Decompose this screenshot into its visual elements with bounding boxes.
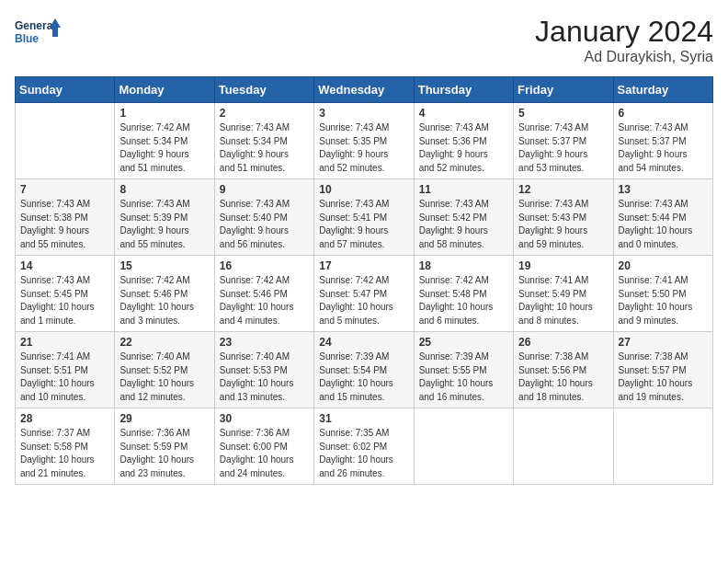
day-info: Sunrise: 7:43 AMSunset: 5:35 PMDaylight:… (319, 121, 408, 175)
day-number: 1 (119, 107, 209, 120)
month-title: January 2024 (535, 15, 713, 49)
calendar-cell: 23Sunrise: 7:40 AMSunset: 5:53 PMDayligh… (214, 332, 313, 408)
day-number: 12 (518, 183, 608, 196)
calendar-cell: 2Sunrise: 7:43 AMSunset: 5:34 PMDaylight… (214, 103, 313, 179)
day-number: 22 (119, 336, 209, 349)
day-header-friday: Friday (514, 77, 613, 103)
calendar-table: SundayMondayTuesdayWednesdayThursdayFrid… (15, 76, 713, 485)
location-title: Ad Duraykish, Syria (535, 49, 713, 65)
calendar-cell: 10Sunrise: 7:43 AMSunset: 5:41 PMDayligh… (314, 179, 414, 256)
calendar-cell: 9Sunrise: 7:43 AMSunset: 5:40 PMDaylight… (214, 179, 313, 256)
calendar-cell: 11Sunrise: 7:43 AMSunset: 5:42 PMDayligh… (414, 179, 513, 256)
day-info: Sunrise: 7:39 AMSunset: 5:54 PMDaylight:… (319, 350, 408, 404)
day-info: Sunrise: 7:43 AMSunset: 5:39 PMDaylight:… (119, 198, 209, 251)
calendar-cell: 4Sunrise: 7:43 AMSunset: 5:36 PMDaylight… (414, 103, 513, 179)
calendar-cell: 6Sunrise: 7:43 AMSunset: 5:37 PMDaylight… (613, 103, 712, 179)
calendar-cell: 31Sunrise: 7:35 AMSunset: 6:02 PMDayligh… (314, 408, 414, 485)
week-row-3: 14Sunrise: 7:43 AMSunset: 5:45 PMDayligh… (16, 256, 713, 332)
day-info: Sunrise: 7:38 AMSunset: 5:56 PMDaylight:… (518, 350, 608, 404)
day-number: 7 (20, 183, 109, 196)
week-row-5: 28Sunrise: 7:37 AMSunset: 5:58 PMDayligh… (16, 408, 713, 485)
day-info: Sunrise: 7:35 AMSunset: 6:02 PMDaylight:… (319, 427, 408, 480)
calendar-cell: 22Sunrise: 7:40 AMSunset: 5:52 PMDayligh… (115, 332, 214, 408)
calendar-cell: 30Sunrise: 7:36 AMSunset: 6:00 PMDayligh… (214, 408, 313, 485)
day-number: 23 (220, 336, 309, 349)
day-info: Sunrise: 7:40 AMSunset: 5:53 PMDaylight:… (220, 350, 309, 404)
day-header-monday: Monday (115, 77, 214, 103)
day-number: 20 (619, 259, 708, 272)
day-number: 6 (619, 107, 708, 120)
calendar-cell: 20Sunrise: 7:41 AMSunset: 5:50 PMDayligh… (613, 256, 712, 332)
day-number: 27 (619, 336, 708, 349)
day-number: 28 (20, 412, 109, 425)
calendar-cell: 12Sunrise: 7:43 AMSunset: 5:43 PMDayligh… (514, 179, 613, 256)
calendar-cell: 17Sunrise: 7:42 AMSunset: 5:47 PMDayligh… (314, 256, 414, 332)
day-header-saturday: Saturday (613, 77, 712, 103)
day-header-wednesday: Wednesday (314, 77, 414, 103)
day-number: 10 (319, 183, 408, 196)
day-info: Sunrise: 7:37 AMSunset: 5:58 PMDaylight:… (20, 427, 109, 480)
day-number: 5 (518, 107, 608, 120)
title-area: January 2024 Ad Duraykish, Syria (535, 15, 713, 65)
day-header-thursday: Thursday (414, 77, 513, 103)
day-number: 8 (119, 183, 209, 196)
calendar-cell (613, 408, 712, 485)
day-info: Sunrise: 7:42 AMSunset: 5:34 PMDaylight:… (119, 121, 209, 175)
day-info: Sunrise: 7:43 AMSunset: 5:38 PMDaylight:… (20, 198, 109, 251)
day-number: 2 (220, 107, 309, 120)
calendar-cell: 16Sunrise: 7:42 AMSunset: 5:46 PMDayligh… (214, 256, 313, 332)
day-info: Sunrise: 7:42 AMSunset: 5:46 PMDaylight:… (220, 274, 309, 327)
day-info: Sunrise: 7:42 AMSunset: 5:47 PMDaylight:… (319, 274, 408, 327)
day-info: Sunrise: 7:40 AMSunset: 5:52 PMDaylight:… (119, 350, 209, 404)
calendar-cell (514, 408, 613, 485)
day-info: Sunrise: 7:43 AMSunset: 5:36 PMDaylight:… (419, 121, 508, 175)
calendar-cell: 29Sunrise: 7:36 AMSunset: 5:59 PMDayligh… (115, 408, 214, 485)
svg-text:Blue: Blue (15, 32, 39, 45)
calendar-cell: 26Sunrise: 7:38 AMSunset: 5:56 PMDayligh… (514, 332, 613, 408)
calendar-cell: 24Sunrise: 7:39 AMSunset: 5:54 PMDayligh… (314, 332, 414, 408)
logo-svg: General Blue (15, 15, 61, 55)
calendar-cell: 25Sunrise: 7:39 AMSunset: 5:55 PMDayligh… (414, 332, 513, 408)
day-number: 16 (220, 259, 309, 272)
day-number: 19 (518, 259, 608, 272)
calendar-cell: 14Sunrise: 7:43 AMSunset: 5:45 PMDayligh… (16, 256, 115, 332)
day-header-sunday: Sunday (16, 77, 115, 103)
calendar-cell: 13Sunrise: 7:43 AMSunset: 5:44 PMDayligh… (613, 179, 712, 256)
day-info: Sunrise: 7:38 AMSunset: 5:57 PMDaylight:… (619, 350, 708, 404)
calendar-cell: 27Sunrise: 7:38 AMSunset: 5:57 PMDayligh… (613, 332, 712, 408)
day-number: 25 (419, 336, 508, 349)
calendar-cell: 18Sunrise: 7:42 AMSunset: 5:48 PMDayligh… (414, 256, 513, 332)
day-info: Sunrise: 7:36 AMSunset: 5:59 PMDaylight:… (119, 427, 209, 480)
day-number: 18 (419, 259, 508, 272)
calendar-cell: 8Sunrise: 7:43 AMSunset: 5:39 PMDaylight… (115, 179, 214, 256)
calendar-cell: 28Sunrise: 7:37 AMSunset: 5:58 PMDayligh… (16, 408, 115, 485)
day-number: 21 (20, 336, 109, 349)
day-number: 31 (319, 412, 408, 425)
day-number: 11 (419, 183, 508, 196)
day-number: 3 (319, 107, 408, 120)
calendar-cell: 5Sunrise: 7:43 AMSunset: 5:37 PMDaylight… (514, 103, 613, 179)
day-info: Sunrise: 7:43 AMSunset: 5:44 PMDaylight:… (619, 198, 708, 251)
calendar-cell (16, 103, 115, 179)
day-number: 24 (319, 336, 408, 349)
day-number: 29 (119, 412, 209, 425)
day-info: Sunrise: 7:43 AMSunset: 5:34 PMDaylight:… (220, 121, 309, 175)
day-info: Sunrise: 7:42 AMSunset: 5:46 PMDaylight:… (119, 274, 209, 327)
day-info: Sunrise: 7:41 AMSunset: 5:51 PMDaylight:… (20, 350, 109, 404)
day-number: 4 (419, 107, 508, 120)
day-info: Sunrise: 7:43 AMSunset: 5:42 PMDaylight:… (419, 198, 508, 251)
day-info: Sunrise: 7:43 AMSunset: 5:43 PMDaylight:… (518, 198, 608, 251)
calendar-cell: 19Sunrise: 7:41 AMSunset: 5:49 PMDayligh… (514, 256, 613, 332)
calendar-cell: 15Sunrise: 7:42 AMSunset: 5:46 PMDayligh… (115, 256, 214, 332)
day-number: 13 (619, 183, 708, 196)
day-number: 17 (319, 259, 408, 272)
day-info: Sunrise: 7:43 AMSunset: 5:37 PMDaylight:… (619, 121, 708, 175)
day-number: 15 (119, 259, 209, 272)
day-info: Sunrise: 7:43 AMSunset: 5:41 PMDaylight:… (319, 198, 408, 251)
day-number: 30 (220, 412, 309, 425)
day-header-tuesday: Tuesday (214, 77, 313, 103)
day-info: Sunrise: 7:42 AMSunset: 5:48 PMDaylight:… (419, 274, 508, 327)
day-info: Sunrise: 7:43 AMSunset: 5:40 PMDaylight:… (220, 198, 309, 251)
calendar-cell (414, 408, 513, 485)
day-number: 26 (518, 336, 608, 349)
